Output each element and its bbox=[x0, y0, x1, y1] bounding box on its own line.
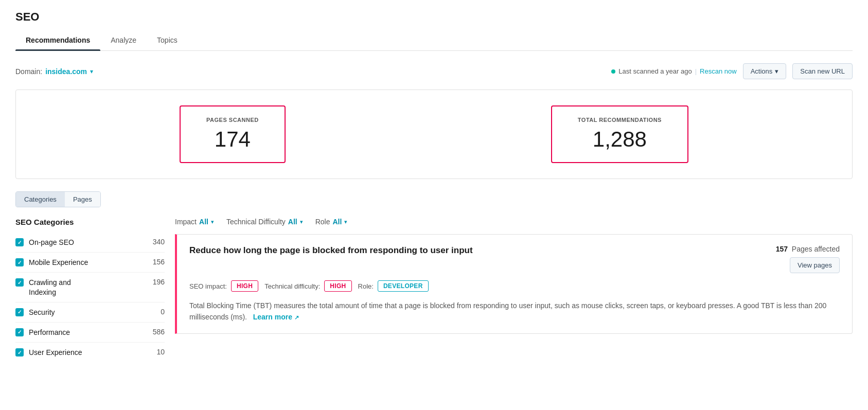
impact-filter[interactable]: Impact All ▾ bbox=[175, 218, 214, 226]
pages-scanned-value: 174 bbox=[206, 127, 259, 152]
category-count-performance: 586 bbox=[153, 328, 165, 336]
impact-filter-label: Impact bbox=[175, 218, 197, 226]
learn-more-link[interactable]: Learn more ↗ bbox=[251, 313, 299, 321]
view-toggle: Categories Pages bbox=[15, 191, 101, 207]
role-tag-label: Role: bbox=[358, 282, 374, 290]
sidebar: SEO Categories ✓ On-page SEO 340 ✓ Mobil… bbox=[15, 218, 165, 362]
total-recommendations-value: 1,288 bbox=[578, 127, 662, 152]
domain-right-actions: Last scanned a year ago | Rescan now Act… bbox=[611, 63, 853, 79]
tabs-bar: Recommendations Analyze Topics bbox=[15, 31, 853, 51]
external-link-icon: ↗ bbox=[294, 314, 299, 320]
category-name-onpage: On-page SEO bbox=[29, 238, 148, 247]
main-content: Impact All ▾ Technical Difficulty All ▾ … bbox=[175, 218, 853, 362]
content-area: SEO Categories ✓ On-page SEO 340 ✓ Mobil… bbox=[15, 218, 853, 362]
rec-description: Total Blocking Time (TBT) measures the t… bbox=[189, 300, 840, 323]
category-checkbox-onpage[interactable]: ✓ bbox=[15, 238, 24, 246]
list-item: ✓ Performance 586 bbox=[15, 323, 165, 343]
tab-topics[interactable]: Topics bbox=[147, 31, 188, 50]
domain-name[interactable]: insidea.com bbox=[45, 67, 87, 76]
pages-scanned-card: PAGES SCANNED 174 bbox=[180, 105, 286, 163]
category-name-security: Security bbox=[29, 308, 155, 317]
role-filter-label: Role bbox=[315, 218, 330, 226]
role-group: Role: DEVELOPER bbox=[358, 280, 429, 292]
list-item: ✓ Mobile Experience 156 bbox=[15, 253, 165, 273]
actions-button[interactable]: Actions ▾ bbox=[743, 63, 787, 79]
recommendation-card: Reduce how long the page is blocked from… bbox=[175, 234, 853, 334]
technical-difficulty-group: Technical difficulty: HIGH bbox=[264, 280, 351, 292]
category-checkbox-ux[interactable]: ✓ bbox=[15, 348, 24, 356]
category-checkbox-performance[interactable]: ✓ bbox=[15, 328, 24, 336]
technical-difficulty-label: Technical Difficulty bbox=[226, 218, 286, 226]
rec-header: Reduce how long the page is blocked from… bbox=[189, 245, 840, 273]
technical-difficulty-value: All bbox=[288, 218, 297, 226]
total-recommendations-label: TOTAL RECOMMENDATIONS bbox=[578, 117, 662, 123]
domain-chevron-icon: ▾ bbox=[90, 68, 93, 75]
filters-row: Impact All ▾ Technical Difficulty All ▾ … bbox=[175, 218, 853, 226]
scan-status-text: Last scanned a year ago bbox=[618, 67, 692, 75]
separator: | bbox=[695, 67, 697, 75]
controls-row: Categories Pages bbox=[15, 191, 853, 207]
technical-difficulty-chevron-icon: ▾ bbox=[300, 219, 303, 225]
tab-recommendations[interactable]: Recommendations bbox=[15, 31, 100, 50]
list-item: ✓ User Experience 10 bbox=[15, 343, 165, 362]
category-count-mobile: 156 bbox=[153, 258, 165, 266]
category-name-performance: Performance bbox=[29, 328, 148, 337]
category-name-crawling: Crawling andIndexing bbox=[29, 278, 148, 296]
rec-pages-info: 157 Pages affected View pages bbox=[776, 245, 840, 273]
scan-new-url-button[interactable]: Scan new URL bbox=[792, 63, 853, 79]
scan-status: Last scanned a year ago | Rescan now bbox=[611, 67, 736, 75]
category-count-onpage: 340 bbox=[153, 238, 165, 246]
technical-difficulty-tag-label: Technical difficulty: bbox=[264, 282, 320, 290]
categories-toggle[interactable]: Categories bbox=[16, 192, 65, 207]
category-count-ux: 10 bbox=[156, 348, 165, 356]
category-checkbox-crawling[interactable]: ✓ bbox=[15, 278, 24, 287]
pages-scanned-label: PAGES SCANNED bbox=[206, 117, 259, 123]
pages-affected-label: 157 Pages affected bbox=[776, 245, 840, 253]
category-checkbox-security[interactable]: ✓ bbox=[15, 308, 24, 316]
category-name-ux: User Experience bbox=[29, 348, 151, 357]
impact-filter-chevron-icon: ▾ bbox=[211, 219, 214, 225]
category-count-crawling: 196 bbox=[153, 278, 165, 286]
page-title: SEO bbox=[15, 10, 853, 24]
role-tag: DEVELOPER bbox=[378, 280, 429, 292]
seo-categories-title: SEO Categories bbox=[15, 218, 165, 226]
list-item: ✓ On-page SEO 340 bbox=[15, 233, 165, 253]
category-count-security: 0 bbox=[161, 308, 165, 316]
seo-impact-tag: HIGH bbox=[231, 280, 258, 292]
view-pages-button[interactable]: View pages bbox=[790, 257, 840, 273]
rec-title: Reduce how long the page is blocked from… bbox=[189, 245, 766, 256]
role-filter-value: All bbox=[333, 218, 342, 226]
impact-filter-value: All bbox=[199, 218, 208, 226]
list-item: ✓ Crawling andIndexing 196 bbox=[15, 273, 165, 302]
pages-affected-count: 157 bbox=[776, 245, 788, 253]
scan-status-dot bbox=[611, 69, 615, 74]
domain-selector[interactable]: Domain: insidea.com ▾ bbox=[15, 67, 93, 76]
category-checkbox-mobile[interactable]: ✓ bbox=[15, 258, 24, 266]
total-recommendations-card: TOTAL RECOMMENDATIONS 1,288 bbox=[551, 105, 688, 163]
rescan-link[interactable]: Rescan now bbox=[700, 67, 737, 75]
role-filter-chevron-icon: ▾ bbox=[344, 219, 347, 225]
list-item: ✓ Security 0 bbox=[15, 302, 165, 323]
role-filter[interactable]: Role All ▾ bbox=[315, 218, 348, 226]
domain-prefix-label: Domain: bbox=[15, 67, 42, 76]
pages-toggle[interactable]: Pages bbox=[65, 192, 100, 207]
tab-analyze[interactable]: Analyze bbox=[100, 31, 147, 50]
domain-bar: Domain: insidea.com ▾ Last scanned a yea… bbox=[15, 63, 853, 79]
category-name-mobile: Mobile Experience bbox=[29, 258, 148, 267]
technical-difficulty-filter[interactable]: Technical Difficulty All ▾ bbox=[226, 218, 303, 226]
technical-difficulty-tag: HIGH bbox=[324, 280, 351, 292]
seo-impact-label: SEO impact: bbox=[189, 282, 227, 290]
seo-impact-group: SEO impact: HIGH bbox=[189, 280, 258, 292]
tags-row: SEO impact: HIGH Technical difficulty: H… bbox=[189, 280, 840, 292]
stats-section: PAGES SCANNED 174 TOTAL RECOMMENDATIONS … bbox=[15, 90, 853, 179]
